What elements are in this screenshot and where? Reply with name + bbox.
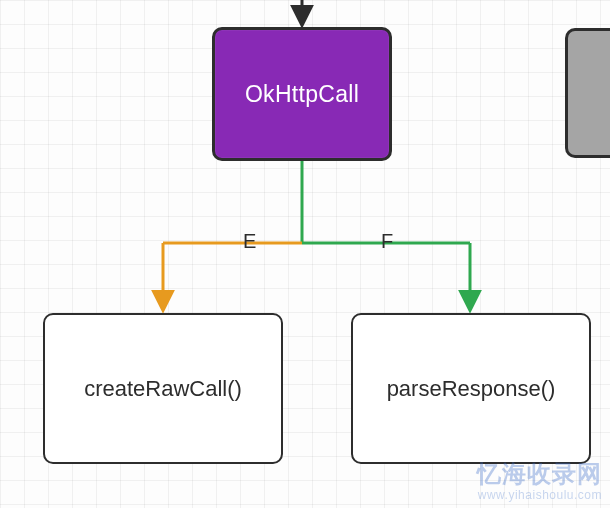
node-label: createRawCall() — [84, 376, 242, 402]
node-label: parseResponse() — [387, 376, 556, 402]
watermark: 忆海收录网 www.yihaishoulu.com — [442, 458, 602, 502]
node-create-raw-call[interactable]: createRawCall() — [43, 313, 283, 464]
edge-label-e: E — [243, 230, 256, 253]
diagram-canvas: OkHttpCall createRawCall() parseResponse… — [0, 0, 610, 508]
node-side-clipped[interactable] — [565, 28, 610, 158]
edge-label-f: F — [381, 230, 393, 253]
watermark-line2: www.yihaishoulu.com — [442, 488, 602, 502]
node-okhttpcall[interactable]: OkHttpCall — [212, 27, 392, 161]
node-parse-response[interactable]: parseResponse() — [351, 313, 591, 464]
node-label: OkHttpCall — [245, 81, 359, 108]
